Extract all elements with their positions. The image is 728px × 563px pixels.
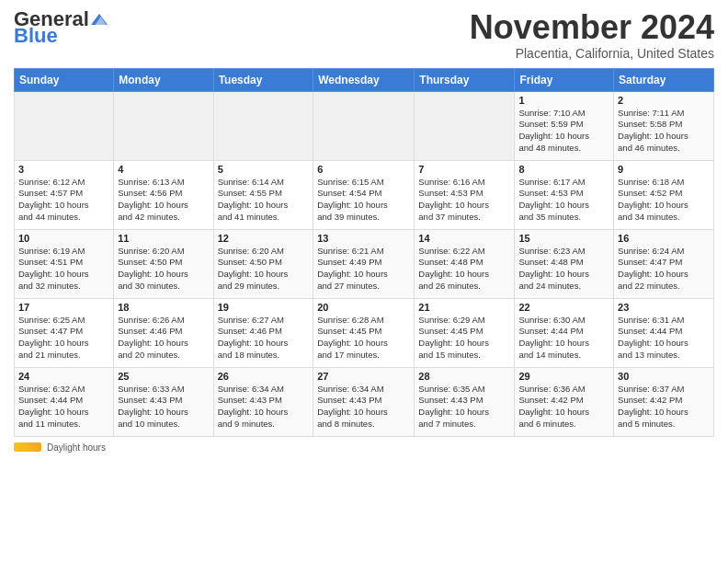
day-info: Sunrise: 6:12 AMSunset: 4:57 PMDaylight:… xyxy=(18,177,109,224)
day-number: 8 xyxy=(518,164,609,175)
logo: General Blue xyxy=(14,9,108,46)
day-number: 16 xyxy=(618,233,710,244)
logo-icon xyxy=(91,11,108,28)
header: General Blue November 2024 Placentia, Ca… xyxy=(14,9,714,61)
calendar-cell: 10Sunrise: 6:19 AMSunset: 4:51 PMDayligh… xyxy=(15,229,114,298)
calendar-cell xyxy=(415,91,515,160)
day-info: Sunrise: 6:33 AMSunset: 4:43 PMDaylight:… xyxy=(118,384,209,431)
calendar-cell: 18Sunrise: 6:26 AMSunset: 4:46 PMDayligh… xyxy=(114,298,213,367)
day-info: Sunrise: 6:34 AMSunset: 4:43 PMDaylight:… xyxy=(317,384,410,431)
day-info: Sunrise: 6:30 AMSunset: 4:44 PMDaylight:… xyxy=(518,315,609,362)
calendar-cell: 7Sunrise: 6:16 AMSunset: 4:53 PMDaylight… xyxy=(415,160,515,229)
day-number: 27 xyxy=(317,371,410,382)
day-info: Sunrise: 6:14 AMSunset: 4:55 PMDaylight:… xyxy=(218,177,310,224)
calendar-cell xyxy=(114,91,213,160)
day-number: 12 xyxy=(218,233,310,244)
calendar-cell: 30Sunrise: 6:37 AMSunset: 4:42 PMDayligh… xyxy=(614,367,714,436)
day-info: Sunrise: 6:37 AMSunset: 4:42 PMDaylight:… xyxy=(618,384,710,431)
calendar-cell: 20Sunrise: 6:28 AMSunset: 4:45 PMDayligh… xyxy=(313,298,415,367)
calendar-cell: 29Sunrise: 6:36 AMSunset: 4:42 PMDayligh… xyxy=(515,367,614,436)
calendar-week-row: 17Sunrise: 6:25 AMSunset: 4:47 PMDayligh… xyxy=(15,298,714,367)
day-info: Sunrise: 6:35 AMSunset: 4:43 PMDaylight:… xyxy=(418,384,510,431)
daylight-bar-icon xyxy=(14,442,41,452)
calendar-cell: 17Sunrise: 6:25 AMSunset: 4:47 PMDayligh… xyxy=(15,298,114,367)
calendar-cell: 5Sunrise: 6:14 AMSunset: 4:55 PMDaylight… xyxy=(213,160,313,229)
calendar-cell: 15Sunrise: 6:23 AMSunset: 4:48 PMDayligh… xyxy=(515,229,614,298)
daylight-label: Daylight hours xyxy=(47,442,106,453)
calendar-cell: 28Sunrise: 6:35 AMSunset: 4:43 PMDayligh… xyxy=(415,367,515,436)
day-number: 19 xyxy=(218,302,310,313)
day-number: 13 xyxy=(317,233,410,244)
calendar-week-row: 1Sunrise: 7:10 AMSunset: 5:59 PMDaylight… xyxy=(15,91,714,160)
day-info: Sunrise: 6:25 AMSunset: 4:47 PMDaylight:… xyxy=(18,315,109,362)
day-number: 4 xyxy=(118,164,209,175)
day-info: Sunrise: 6:15 AMSunset: 4:54 PMDaylight:… xyxy=(317,177,410,224)
calendar-cell: 3Sunrise: 6:12 AMSunset: 4:57 PMDaylight… xyxy=(15,160,114,229)
day-info: Sunrise: 6:21 AMSunset: 4:49 PMDaylight:… xyxy=(317,246,410,293)
day-number: 23 xyxy=(618,302,710,313)
day-number: 14 xyxy=(418,233,510,244)
calendar-week-row: 3Sunrise: 6:12 AMSunset: 4:57 PMDaylight… xyxy=(15,160,714,229)
day-info: Sunrise: 6:23 AMSunset: 4:48 PMDaylight:… xyxy=(518,246,609,293)
calendar-cell: 21Sunrise: 6:29 AMSunset: 4:45 PMDayligh… xyxy=(415,298,515,367)
calendar-cell: 2Sunrise: 7:11 AMSunset: 5:58 PMDaylight… xyxy=(614,91,714,160)
title-block: November 2024 Placentia, California, Uni… xyxy=(470,9,714,61)
day-number: 26 xyxy=(218,371,310,382)
day-number: 20 xyxy=(317,302,410,313)
month-title: November 2024 xyxy=(470,9,714,46)
col-thursday: Thursday xyxy=(415,68,515,91)
day-number: 28 xyxy=(418,371,510,382)
day-info: Sunrise: 6:31 AMSunset: 4:44 PMDaylight:… xyxy=(618,315,710,362)
day-info: Sunrise: 6:20 AMSunset: 4:50 PMDaylight:… xyxy=(218,246,310,293)
day-number: 9 xyxy=(618,164,710,175)
calendar-cell: 26Sunrise: 6:34 AMSunset: 4:43 PMDayligh… xyxy=(213,367,313,436)
day-info: Sunrise: 6:20 AMSunset: 4:50 PMDaylight:… xyxy=(118,246,209,293)
calendar-cell: 24Sunrise: 6:32 AMSunset: 4:44 PMDayligh… xyxy=(15,367,114,436)
day-info: Sunrise: 6:22 AMSunset: 4:48 PMDaylight:… xyxy=(418,246,510,293)
calendar-cell: 13Sunrise: 6:21 AMSunset: 4:49 PMDayligh… xyxy=(313,229,415,298)
col-friday: Friday xyxy=(515,68,614,91)
col-monday: Monday xyxy=(114,68,213,91)
col-saturday: Saturday xyxy=(614,68,714,91)
day-number: 10 xyxy=(18,233,109,244)
day-info: Sunrise: 6:28 AMSunset: 4:45 PMDaylight:… xyxy=(317,315,410,362)
day-number: 5 xyxy=(218,164,310,175)
calendar-cell: 16Sunrise: 6:24 AMSunset: 4:47 PMDayligh… xyxy=(614,229,714,298)
day-number: 6 xyxy=(317,164,410,175)
calendar-cell: 12Sunrise: 6:20 AMSunset: 4:50 PMDayligh… xyxy=(213,229,313,298)
col-sunday: Sunday xyxy=(15,68,114,91)
day-number: 22 xyxy=(518,302,609,313)
calendar-cell: 11Sunrise: 6:20 AMSunset: 4:50 PMDayligh… xyxy=(114,229,213,298)
logo-blue-text: Blue xyxy=(14,26,58,46)
day-info: Sunrise: 6:13 AMSunset: 4:56 PMDaylight:… xyxy=(118,177,209,224)
day-info: Sunrise: 6:19 AMSunset: 4:51 PMDaylight:… xyxy=(18,246,109,293)
calendar-cell xyxy=(213,91,313,160)
calendar-cell: 19Sunrise: 6:27 AMSunset: 4:46 PMDayligh… xyxy=(213,298,313,367)
day-number: 21 xyxy=(418,302,510,313)
day-number: 30 xyxy=(618,371,710,382)
location-text: Placentia, California, United States xyxy=(470,46,714,61)
day-info: Sunrise: 6:26 AMSunset: 4:46 PMDaylight:… xyxy=(118,315,209,362)
calendar-week-row: 10Sunrise: 6:19 AMSunset: 4:51 PMDayligh… xyxy=(15,229,714,298)
day-info: Sunrise: 6:17 AMSunset: 4:53 PMDaylight:… xyxy=(518,177,609,224)
day-number: 15 xyxy=(518,233,609,244)
day-number: 2 xyxy=(618,95,710,106)
calendar-table: Sunday Monday Tuesday Wednesday Thursday… xyxy=(14,68,714,437)
day-info: Sunrise: 6:16 AMSunset: 4:53 PMDaylight:… xyxy=(418,177,510,224)
day-number: 1 xyxy=(518,95,609,106)
day-info: Sunrise: 7:10 AMSunset: 5:59 PMDaylight:… xyxy=(518,108,609,155)
day-number: 7 xyxy=(418,164,510,175)
day-info: Sunrise: 6:32 AMSunset: 4:44 PMDaylight:… xyxy=(18,384,109,431)
day-number: 17 xyxy=(18,302,109,313)
day-info: Sunrise: 6:36 AMSunset: 4:42 PMDaylight:… xyxy=(518,384,609,431)
day-info: Sunrise: 7:11 AMSunset: 5:58 PMDaylight:… xyxy=(618,108,710,155)
day-number: 24 xyxy=(18,371,109,382)
day-info: Sunrise: 6:24 AMSunset: 4:47 PMDaylight:… xyxy=(618,246,710,293)
calendar-cell: 27Sunrise: 6:34 AMSunset: 4:43 PMDayligh… xyxy=(313,367,415,436)
day-info: Sunrise: 6:27 AMSunset: 4:46 PMDaylight:… xyxy=(218,315,310,362)
calendar-cell: 8Sunrise: 6:17 AMSunset: 4:53 PMDaylight… xyxy=(515,160,614,229)
calendar-cell xyxy=(15,91,114,160)
calendar-cell: 14Sunrise: 6:22 AMSunset: 4:48 PMDayligh… xyxy=(415,229,515,298)
calendar-cell xyxy=(313,91,415,160)
calendar-cell: 4Sunrise: 6:13 AMSunset: 4:56 PMDaylight… xyxy=(114,160,213,229)
